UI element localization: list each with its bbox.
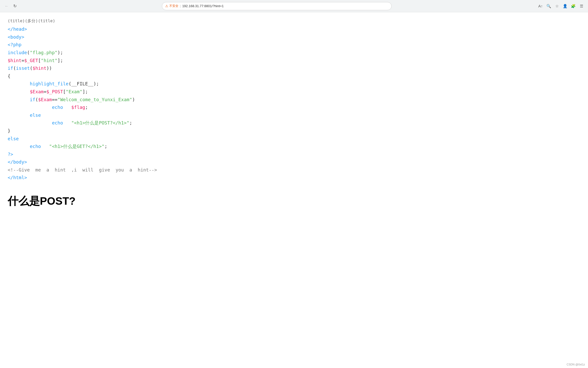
else2-line: else [8,135,580,143]
if-exam-line: if($Exam=="Welcom_come_to_Yunxi_Exam") [8,96,580,104]
star-button[interactable]: ☆ [553,3,560,10]
extensions-button[interactable]: 🧩 [570,3,577,10]
text-size-button[interactable]: A↑ [537,3,544,10]
body-open-line: <body> [8,33,580,41]
url-text: 192.168.31.77:8801/?hint=1 [182,4,388,8]
page-content: (title)(多分)(title) </head> <body> <?php … [0,12,588,215]
h1-heading: 什么是POST? [8,192,580,210]
body-close-line: </body> [8,158,580,166]
else1-line: else [8,111,580,119]
warning-icon: ⚠ [165,4,168,8]
head-close-line: </head> [8,25,580,33]
bookmark-button[interactable]: ☰ [578,3,585,10]
scrolled-top-line: (title)(多分)(title) [8,17,580,24]
hint-var-line: $hint=$_GET["hint"]; [8,57,580,65]
browser-actions: A↑ 🔍 ☆ 👤 🧩 ☰ [537,3,585,10]
include-line: include("flag.php"); [8,49,580,57]
echo-h1-get-line: echo "<h1>什么是GET?</h1>"; [8,143,580,151]
echo-h1-post-line: echo "<h1>什么是POST?</h1>"; [8,119,580,127]
echo-flag-line: echo $flag; [8,103,580,111]
browser-toolbar: ← ↻ ⚠ 不安全 | 192.168.31.77:8801/?hint=1 A… [0,0,588,12]
nav-buttons: ← ↻ [3,3,18,10]
brace-close-line: } [8,127,580,135]
address-bar[interactable]: ⚠ 不安全 | 192.168.31.77:8801/?hint=1 [162,2,392,10]
php-open-line: <?php [8,41,580,49]
search-button[interactable]: 🔍 [545,3,552,10]
profile-button[interactable]: 👤 [561,3,569,10]
security-label: 不安全 [169,4,178,8]
php-close-line: ?> [8,151,580,158]
highlight-line: highlight_file(__FILE__); [8,80,580,88]
brace-open-line: { [8,72,580,80]
comment-line: <!--Give me a hint ,i will give you a hi… [8,166,580,174]
html-close-line: </html> [8,174,580,182]
refresh-button[interactable]: ↻ [11,3,18,10]
separator: | [180,4,181,8]
if-isset-line: if(isset($hint)) [8,64,580,72]
security-warning: ⚠ 不安全 [165,4,178,8]
exam-var-line: $Exam=$_POST["Exam"]; [8,88,580,96]
back-button[interactable]: ← [3,3,10,10]
